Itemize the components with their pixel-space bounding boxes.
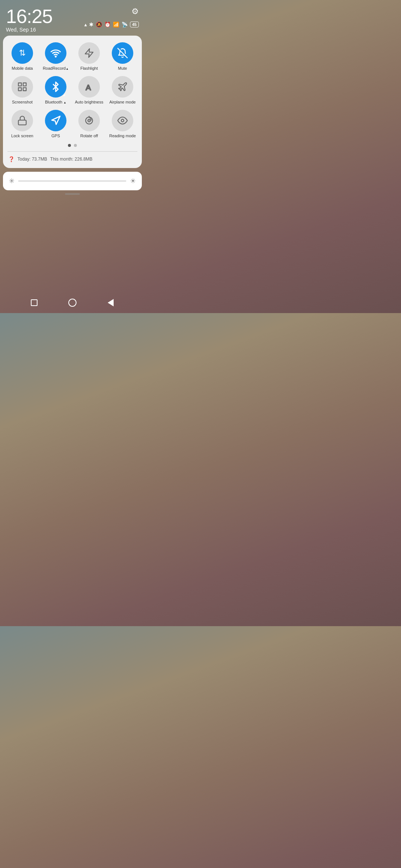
qs-label-airplane-mode: Airplane mode — [110, 100, 136, 105]
qs-item-flashlight[interactable]: Flashlight — [74, 42, 105, 71]
qs-label-rotate-off: Rotate off — [80, 134, 98, 138]
qs-item-bluetooth[interactable]: Bluetooth ▲ — [40, 76, 71, 105]
home-button[interactable] — [67, 297, 78, 308]
time-block: 16:25 Wed, Sep 16 — [6, 7, 52, 33]
svg-rect-5 — [23, 88, 26, 91]
qs-item-mobile-data[interactable]: ⇅Mobile data — [7, 42, 38, 71]
brightness-high-icon: ☀ — [130, 177, 136, 185]
svg-rect-8 — [19, 120, 26, 125]
qs-label-gps: GPS — [51, 134, 60, 138]
qs-item-mute[interactable]: Mute — [107, 42, 138, 71]
qs-item-road-recorder[interactable]: RoadRecord▲ — [40, 42, 71, 71]
qs-circle-reading-mode — [112, 110, 133, 131]
qs-circle-airplane-mode — [112, 76, 133, 98]
qs-item-auto-brightness[interactable]: AAuto brightness — [74, 76, 105, 105]
date: Wed, Sep 16 — [6, 27, 52, 33]
svg-point-14 — [121, 119, 124, 122]
quick-settings-panel: ⇅Mobile dataRoadRecord▲FlashlightMuteScr… — [3, 36, 142, 168]
back-icon — [108, 299, 114, 306]
settings-gear-icon[interactable]: ⚙ — [131, 7, 139, 16]
svg-rect-6 — [19, 88, 22, 91]
qs-item-reading-mode[interactable]: Reading mode — [107, 110, 138, 138]
svg-rect-4 — [23, 83, 26, 86]
svg-line-2 — [118, 48, 127, 58]
brightness-fill — [18, 180, 50, 182]
recents-icon — [31, 299, 38, 306]
data-today: Today: 73.7MB — [17, 157, 47, 162]
qs-circle-mute — [112, 42, 133, 64]
data-month: This month: 226.8MB — [50, 157, 92, 162]
svg-point-0 — [55, 56, 56, 57]
dot-1 — [68, 144, 71, 147]
clock: 16:25 — [6, 7, 52, 26]
svg-marker-1 — [85, 49, 93, 57]
pagination-dots — [7, 144, 138, 147]
battery-badge: 45 — [130, 22, 139, 27]
qs-item-airplane-mode[interactable]: Airplane mode — [107, 76, 138, 105]
qs-circle-bluetooth — [45, 76, 66, 98]
qs-item-lock-screen[interactable]: Lock screen — [7, 110, 38, 138]
qs-circle-rotate-off — [78, 110, 100, 131]
qs-item-gps[interactable]: GPS — [40, 110, 71, 138]
qs-grid: ⇅Mobile dataRoadRecord▲FlashlightMuteScr… — [7, 42, 138, 139]
qs-label-screenshot: Screenshot — [12, 100, 33, 105]
svg-point-13 — [89, 120, 89, 121]
handle-bar — [65, 193, 80, 195]
svg-text:A: A — [86, 83, 91, 92]
qs-label-bluetooth: Bluetooth ▲ — [45, 100, 66, 105]
qs-circle-auto-brightness: A — [78, 76, 100, 98]
data-usage: ❓ Today: 73.7MB This month: 226.8MB — [7, 156, 138, 162]
qs-item-screenshot[interactable]: Screenshot — [7, 76, 38, 105]
bluetooth-icon: ✱ — [89, 22, 94, 27]
qs-circle-lock-screen — [12, 110, 33, 131]
qs-label-lock-screen: Lock screen — [11, 134, 33, 138]
qs-item-rotate-off[interactable]: Rotate off — [74, 110, 105, 138]
qs-label-flashlight: Flashlight — [80, 66, 98, 71]
qs-label-road-recorder: RoadRecord▲ — [43, 66, 69, 71]
qs-circle-gps — [45, 110, 66, 131]
qs-circle-mobile-data: ⇅ — [12, 42, 33, 64]
wifi-icon: 📡 — [121, 22, 128, 27]
bluetooth-badge-icon — [63, 94, 65, 96]
back-button[interactable] — [105, 297, 116, 308]
recents-button[interactable] — [29, 297, 39, 308]
silent-icon: 🔕 — [96, 22, 102, 27]
qs-circle-flashlight — [78, 42, 100, 64]
qs-circle-screenshot — [12, 76, 33, 98]
data-usage-icon: ❓ — [8, 156, 14, 162]
divider — [7, 151, 137, 152]
svg-marker-9 — [52, 116, 60, 125]
brightness-low-icon: ✳ — [9, 177, 14, 185]
qs-circle-road-recorder — [45, 42, 66, 64]
home-icon — [68, 299, 76, 307]
qs-label-auto-brightness: Auto brightness — [75, 100, 103, 105]
nav-bar — [0, 292, 145, 313]
alarm-icon: ⏰ — [104, 22, 111, 27]
qs-label-mobile-data: Mobile data — [12, 66, 33, 71]
bluetooth-status-icon: ▴ — [84, 22, 87, 27]
qs-label-reading-mode: Reading mode — [109, 134, 136, 138]
top-right-status: ⚙ ▴ ✱ 🔕 ⏰ 📶 📡 45 — [84, 7, 139, 27]
qs-label-mute: Mute — [118, 66, 127, 71]
status-icons: ▴ ✱ 🔕 ⏰ 📶 📡 45 — [84, 19, 139, 27]
brightness-track[interactable] — [18, 180, 126, 182]
brightness-slider-container: ✳ ☀ — [3, 172, 142, 190]
svg-rect-3 — [19, 83, 22, 86]
signal-icon: 📶 — [113, 22, 119, 27]
dot-2 — [74, 144, 77, 147]
status-bar: 16:25 Wed, Sep 16 ⚙ ▴ ✱ 🔕 ⏰ 📶 📡 45 — [0, 0, 145, 36]
